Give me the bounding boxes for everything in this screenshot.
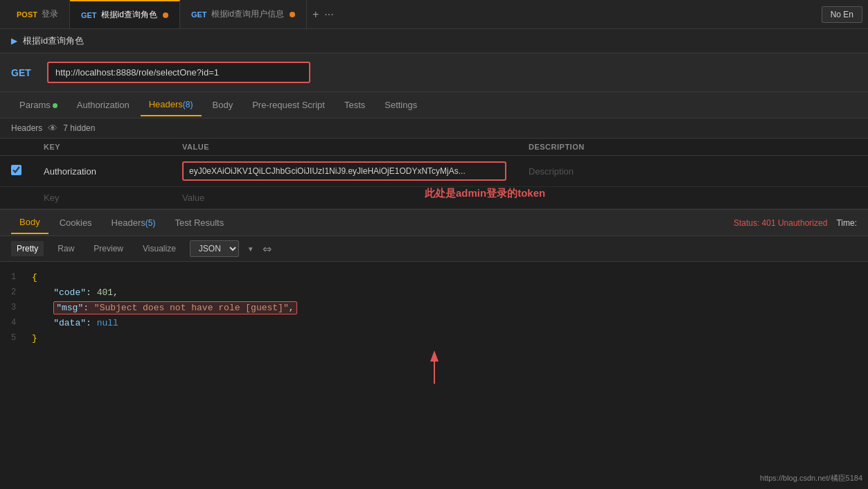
method-get-role: GET: [81, 11, 97, 19]
status-text: Status: 401 Unauthorized: [734, 218, 827, 228]
tab-headers[interactable]: Headers(8): [141, 94, 202, 116]
row-key-cell: Authorization: [33, 156, 171, 187]
json-line-5: 5 }: [11, 331, 857, 346]
col-desc-header: DESCRIPTION: [517, 139, 868, 156]
breadcrumb-label: 根据id查询角色: [23, 35, 84, 47]
view-raw[interactable]: Raw: [52, 241, 80, 256]
tab-get-role-label: 根据id查询角色: [101, 9, 157, 21]
add-tab-icon[interactable]: +: [312, 8, 319, 21]
view-visualize[interactable]: Visualize: [137, 241, 181, 256]
hidden-count: 7 hidden: [63, 123, 95, 133]
desc-placeholder: Description: [529, 166, 574, 177]
tab-bar: POST 登录 GET 根据id查询角色 GET 根据id查询用户信息 + ··…: [0, 0, 868, 29]
tab-dot-role: [163, 12, 168, 18]
request-method: GET: [11, 67, 39, 78]
tab-authorization[interactable]: Authorization: [69, 94, 138, 116]
row-value-cell[interactable]: eyJ0eXAiOiJKV1QiLCJhbGciOiJIUzI1NiJ9.eyJ…: [171, 156, 517, 187]
line-num-5: 5: [11, 331, 32, 345]
tab-add-more[interactable]: + ···: [312, 8, 334, 21]
value-placeholder: Value: [182, 193, 204, 203]
json-line-2: 2 "code": 401,: [11, 285, 857, 301]
breadcrumb-bar: ▶ 根据id查询角色: [0, 29, 868, 53]
line-content-5: }: [32, 331, 37, 346]
key-placeholder: Key: [44, 193, 59, 203]
empty-desc-cell: [517, 187, 868, 209]
tab-get-user-label: 根据id查询用户信息: [211, 8, 284, 20]
tab-params[interactable]: Params: [11, 94, 66, 116]
time-label: Time:: [836, 218, 857, 228]
empty-checkbox-cell: [0, 187, 33, 209]
table-row: Authorization eyJ0eXAiOiJKV1QiLCJhbGciOi…: [0, 156, 868, 187]
tab-tests[interactable]: Tests: [336, 94, 373, 116]
table-row-empty: Key Value 此处是admin登录的token: [0, 187, 868, 209]
tab-body[interactable]: Body: [204, 94, 242, 116]
resp-tab-test-results[interactable]: Test Results: [166, 212, 232, 233]
col-value-header: VALUE: [171, 139, 517, 156]
tab-settings[interactable]: Settings: [376, 94, 425, 116]
eye-icon: 👁: [48, 123, 57, 134]
method-post: POST: [17, 10, 37, 19]
view-pretty[interactable]: Pretty: [11, 241, 44, 256]
no-env-button[interactable]: No En: [822, 6, 862, 23]
params-dot: [53, 103, 57, 108]
method-get-user: GET: [191, 10, 207, 19]
headers-label: Headers: [11, 123, 42, 133]
tab-pre-request[interactable]: Pre-request Script: [244, 94, 333, 116]
headers-table: KEY VALUE DESCRIPTION Authorization eyJ0…: [0, 139, 868, 209]
url-input[interactable]: http://localhost:8888/role/selectOne?id=…: [47, 62, 310, 83]
json-viewer: 1 { 2 "code": 401, 3 "msg": "Subject doe…: [0, 262, 868, 392]
line-num-3: 3: [11, 301, 32, 314]
headers-table-container: KEY VALUE DESCRIPTION Authorization eyJ0…: [0, 139, 868, 209]
auth-key-value: Authorization: [44, 166, 96, 177]
body-toolbar: Pretty Raw Preview Visualize JSON ▼ ⇔: [0, 236, 868, 262]
empty-value-cell[interactable]: Value 此处是admin登录的token: [171, 187, 517, 209]
line-content-3: "msg": "Subject does not have role [gues…: [32, 301, 297, 316]
response-section: Body Cookies Headers(5) Test Results Sta…: [0, 209, 868, 392]
response-tabs: Body Cookies Headers(5) Test Results Sta…: [0, 210, 868, 236]
view-preview[interactable]: Preview: [88, 241, 129, 256]
empty-key-cell[interactable]: Key: [33, 187, 171, 209]
resp-tab-body[interactable]: Body: [11, 211, 48, 234]
tab-post-login-label: 登录: [42, 8, 58, 20]
annotation-text: 此处是admin登录的token: [425, 187, 545, 200]
wrap-icon-button[interactable]: ⇔: [263, 242, 272, 256]
col-checkbox-header: [0, 139, 33, 156]
json-line-3: 3 "msg": "Subject does not have role [gu…: [11, 301, 857, 316]
json-line-4: 4 "data": null: [11, 316, 857, 331]
line-content-4: "data": null: [32, 316, 118, 331]
line-num-2: 2: [11, 285, 32, 299]
tab-dot-user: [290, 12, 295, 17]
more-tabs-icon[interactable]: ···: [324, 8, 333, 21]
resp-headers-badge: (5): [145, 218, 156, 228]
dropdown-arrow-icon: ▼: [247, 245, 254, 253]
request-tabs: Params Authorization Headers(8) Body Pre…: [0, 92, 868, 118]
headers-meta: Headers 👁 7 hidden: [0, 118, 868, 139]
col-key-header: KEY: [33, 139, 171, 156]
row-desc-cell: Description: [517, 156, 868, 187]
url-bar: GET http://localhost:8888/role/selectOne…: [0, 53, 868, 92]
arrow-container: [11, 349, 857, 384]
resp-tab-headers[interactable]: Headers(5): [103, 212, 164, 233]
json-line-1: 1 {: [11, 270, 857, 285]
resp-tab-cookies[interactable]: Cookies: [51, 212, 100, 233]
tab-get-role[interactable]: GET 根据id查询角色: [70, 0, 180, 28]
headers-badge: (8): [183, 100, 193, 109]
tab-post-login[interactable]: POST 登录: [6, 0, 70, 28]
response-status: Status: 401 Unauthorized Time:: [734, 218, 857, 228]
row-checkbox-cell[interactable]: [0, 156, 33, 187]
line-content-2: "code": 401,: [32, 285, 118, 301]
row-checkbox[interactable]: [11, 165, 21, 175]
auth-value-box[interactable]: eyJ0eXAiOiJKV1QiLCJhbGciOiJIUzI1NiJ9.eyJ…: [182, 161, 506, 181]
arrow-svg: [414, 349, 455, 384]
breadcrumb-arrow-icon: ▶: [11, 36, 17, 46]
tab-get-user[interactable]: GET 根据id查询用户信息: [180, 0, 307, 28]
watermark: https://blog.csdn.net/橘臣5184: [760, 473, 862, 483]
line-content-1: {: [32, 270, 37, 285]
line-num-1: 1: [11, 270, 32, 284]
line-num-4: 4: [11, 316, 32, 330]
format-select[interactable]: JSON: [190, 240, 239, 257]
